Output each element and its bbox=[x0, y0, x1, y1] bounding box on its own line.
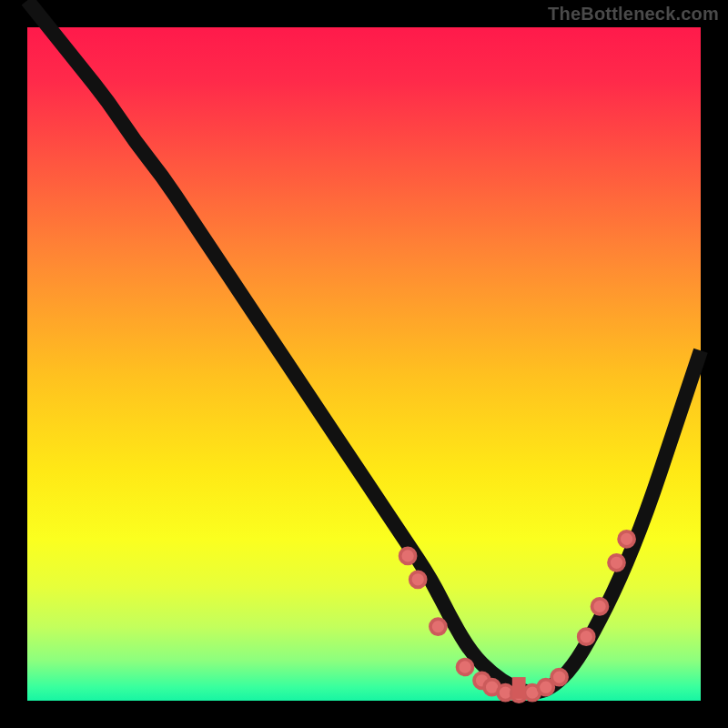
chart-frame: TheBottleneck.com bbox=[0, 0, 728, 728]
data-marker bbox=[551, 670, 567, 685]
plot-area bbox=[27, 27, 701, 701]
data-marker bbox=[619, 531, 634, 547]
data-marker bbox=[410, 571, 426, 587]
bottleneck-curve bbox=[27, 0, 701, 692]
data-marker bbox=[592, 599, 607, 614]
data-marker bbox=[400, 548, 416, 563]
data-marker bbox=[430, 619, 446, 634]
data-marker bbox=[457, 659, 472, 674]
chart-svg bbox=[27, 27, 701, 701]
data-marker bbox=[579, 629, 594, 644]
watermark-text: TheBottleneck.com bbox=[548, 4, 719, 25]
data-marker bbox=[609, 555, 624, 571]
